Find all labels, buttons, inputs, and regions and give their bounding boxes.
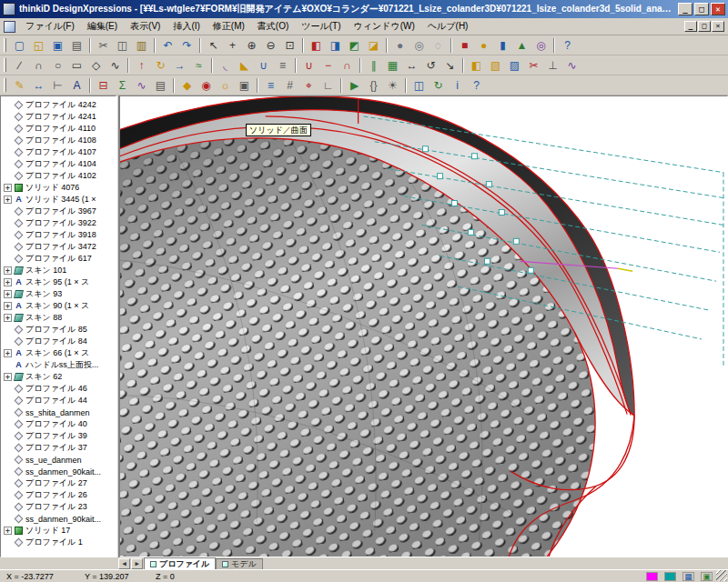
tree-item[interactable]: プロファイル 4242: [3, 99, 116, 111]
tree-item[interactable]: プロファイル 44: [3, 395, 116, 406]
tree-item[interactable]: プロファイル 39: [3, 430, 116, 442]
script-icon[interactable]: {}: [364, 76, 383, 95]
expand-icon[interactable]: +: [4, 373, 12, 381]
tab-active[interactable]: プロファイル: [144, 557, 216, 569]
tree-item[interactable]: Aハンドルss上面投...: [3, 359, 116, 371]
snap-icon[interactable]: ⌖: [299, 76, 318, 95]
thicken-icon[interactable]: ≡: [273, 56, 292, 75]
fillet-icon[interactable]: ◟: [216, 56, 235, 75]
render-icon[interactable]: ◉: [197, 76, 216, 95]
tree-item[interactable]: +ソリッド 17: [3, 525, 116, 537]
minimize-button[interactable]: _: [678, 3, 693, 15]
window-tile-icon[interactable]: ◫: [410, 76, 429, 95]
text-tool-icon[interactable]: A: [67, 76, 86, 95]
tree-item[interactable]: プロファイル 617: [3, 253, 116, 265]
tree-item[interactable]: ss_shita_danmen: [3, 406, 116, 418]
project-curve-icon[interactable]: ⊥: [543, 56, 562, 75]
help-question-icon[interactable]: ?: [467, 76, 486, 95]
tree-item[interactable]: プロファイル 40: [3, 418, 116, 430]
line-tool-icon[interactable]: ∕: [10, 56, 29, 75]
expand-icon[interactable]: +: [4, 314, 12, 322]
tree-item[interactable]: プロファイル 85: [3, 324, 116, 336]
section-icon[interactable]: ⊟: [94, 76, 113, 95]
expand-icon[interactable]: +: [4, 196, 12, 204]
hidden-line-view-icon[interactable]: ◌: [429, 36, 448, 55]
expand-icon[interactable]: +: [4, 184, 12, 192]
expand-icon[interactable]: +: [4, 278, 12, 286]
scale-icon[interactable]: ↘: [440, 56, 460, 75]
arc-tool-icon[interactable]: ∩: [29, 56, 48, 75]
constraint-icon[interactable]: ⊢: [48, 76, 67, 95]
tree-item[interactable]: +スキン 88: [3, 312, 116, 324]
tree-item[interactable]: プロファイル 4104: [3, 158, 116, 170]
menu-modify[interactable]: 修正(M): [207, 18, 251, 35]
tree-item[interactable]: プロファイル 4102: [3, 170, 116, 182]
view-iso-icon[interactable]: ◧: [307, 36, 326, 55]
tree-item[interactable]: プロファイル 1: [3, 537, 116, 548]
surface-icon[interactable]: ◧: [467, 56, 486, 75]
spline-tool-icon[interactable]: ∿: [106, 56, 125, 75]
tree-item[interactable]: +スキン 62: [3, 371, 116, 383]
refresh-icon[interactable]: ↻: [429, 76, 448, 95]
tree-item[interactable]: プロファイル 27: [3, 477, 116, 489]
boolean-intersect-icon[interactable]: ∩: [338, 56, 357, 75]
save-icon[interactable]: ▣: [48, 36, 67, 55]
toolbar-grip[interactable]: [4, 38, 6, 52]
zoom-out-icon[interactable]: ⊖: [261, 36, 280, 55]
mirror-icon[interactable]: ∥: [364, 56, 383, 75]
tree-item[interactable]: プロファイル 4110: [3, 123, 116, 135]
tree-item[interactable]: プロファイル 3472: [3, 241, 116, 253]
rotate-icon[interactable]: ↺: [421, 56, 440, 75]
wireframe-view-icon[interactable]: ◎: [410, 36, 429, 55]
boolean-union-icon[interactable]: ∪: [299, 56, 318, 75]
box-primitive-icon[interactable]: ■: [455, 36, 474, 55]
tree-item[interactable]: プロファイル 84: [3, 336, 116, 347]
tree-item[interactable]: ss_danmen_90kait...: [3, 466, 116, 477]
tree-item[interactable]: +Aスキン 66 (1 × ス: [3, 347, 116, 359]
move-icon[interactable]: ↔: [402, 56, 421, 75]
extrude-icon[interactable]: ↑: [132, 56, 151, 75]
new-file-icon[interactable]: ▢: [10, 36, 29, 55]
boolean-subtract-icon[interactable]: −: [318, 56, 338, 75]
zoom-in-icon[interactable]: ⊕: [242, 36, 261, 55]
copy-icon[interactable]: ◫: [113, 36, 132, 55]
tree-item[interactable]: +スキン 101: [3, 265, 116, 276]
child-minimize-button[interactable]: _: [684, 21, 697, 32]
menu-help[interactable]: ヘルプ(H): [421, 18, 475, 35]
paste-icon[interactable]: ▥: [132, 36, 151, 55]
sketch-icon[interactable]: ✎: [10, 76, 29, 95]
tree-item[interactable]: プロファイル 3922: [3, 217, 116, 229]
expand-icon[interactable]: +: [4, 290, 12, 298]
menu-file[interactable]: ファイル(F): [19, 18, 81, 35]
menu-edit[interactable]: 編集(E): [81, 18, 124, 35]
tab-scroll-right-button[interactable]: ▶: [131, 558, 143, 569]
rectangle-tool-icon[interactable]: ▭: [67, 56, 86, 75]
chamfer-icon[interactable]: ◣: [235, 56, 254, 75]
info-icon[interactable]: i: [448, 76, 467, 95]
tree-item[interactable]: プロファイル 37: [3, 442, 116, 454]
tree-item[interactable]: ss_danmen_90kait...: [3, 513, 116, 525]
expand-icon[interactable]: +: [4, 527, 12, 535]
pattern-icon[interactable]: ▦: [383, 56, 402, 75]
tree-item[interactable]: プロファイル 3918: [3, 229, 116, 241]
light-icon[interactable]: ☼: [216, 76, 235, 95]
redo-icon[interactable]: ↷: [177, 36, 197, 55]
ortho-icon[interactable]: ∟: [318, 76, 338, 95]
undo-icon[interactable]: ↶: [158, 36, 177, 55]
curvature-icon[interactable]: ∿: [132, 76, 151, 95]
cylinder-primitive-icon[interactable]: ▮: [493, 36, 512, 55]
tree-item[interactable]: プロファイル 4108: [3, 135, 116, 146]
tree-item[interactable]: プロファイル 4241: [3, 111, 116, 123]
expand-icon[interactable]: +: [4, 302, 12, 310]
toolbar-grip[interactable]: [4, 78, 6, 92]
curve-3d-icon[interactable]: ∿: [562, 56, 581, 75]
open-folder-icon[interactable]: ◱: [29, 36, 48, 55]
tab-inactive[interactable]: モデル: [216, 558, 263, 569]
close-button[interactable]: ✕: [711, 3, 725, 15]
maximize-button[interactable]: □: [694, 3, 709, 15]
torus-primitive-icon[interactable]: ◎: [531, 36, 551, 55]
shell-icon[interactable]: ∪: [254, 56, 273, 75]
expand-icon[interactable]: +: [4, 349, 12, 357]
cone-primitive-icon[interactable]: ▲: [512, 36, 531, 55]
help-icon[interactable]: ?: [558, 36, 577, 55]
